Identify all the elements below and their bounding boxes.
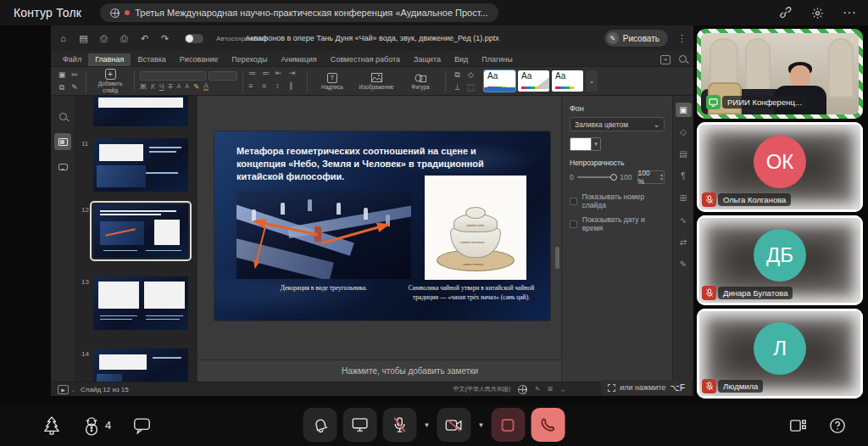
undo-icon[interactable]: ↶ [139,33,150,44]
paste-icon[interactable]: ▣ [56,69,68,81]
participant-tile-lyudmila[interactable]: Л Людмила [697,309,863,399]
chevron-down-icon[interactable]: ⌄ [71,387,75,393]
theme-card-3[interactable]: Aa [552,70,583,92]
paragraph-panel-icon[interactable]: ¶ [676,169,692,183]
slide-design-panel-icon[interactable]: ▣ [676,103,692,117]
copy-link-icon[interactable] [778,6,792,20]
slide-thumb-14[interactable] [93,348,188,382]
slide-size-icon[interactable]: ⿴ [465,81,477,93]
festive-tree-icon[interactable] [42,415,61,436]
redo-icon[interactable]: ↷ [159,33,170,44]
chart-panel-icon[interactable]: ∿ [676,213,692,227]
autosave-toggle[interactable] [185,34,203,43]
layout-button[interactable] [789,418,807,433]
tab-file[interactable]: Файл [56,53,88,66]
draw-button[interactable]: ✎ Рисовать [604,30,668,47]
search-icon[interactable] [679,55,687,63]
strikethrough-button[interactable]: Т [168,82,172,91]
fit-width-icon[interactable]: ↔ [560,387,566,393]
image-button[interactable]: Изображение [357,72,396,90]
slide-12[interactable]: Метафора геометрических соотношений на с… [214,131,550,321]
camera-button-off[interactable] [437,408,471,442]
fullscreen-hint-overlay[interactable]: или нажмите ⌥F [601,380,692,395]
tab-protect[interactable]: Защита [407,53,448,66]
screen-share-button[interactable] [343,408,377,442]
kebab-menu-icon[interactable]: ⋮ [677,33,687,44]
bring-forward-icon[interactable]: ⧉ [451,69,464,81]
slider-knob[interactable] [610,174,617,181]
image-panel-icon[interactable]: ▤ [676,147,692,161]
participant-tile-olga[interactable]: ОК Ольга Колганова [697,122,863,212]
cut-icon[interactable]: ✂ [69,69,81,81]
opacity-slider[interactable] [577,176,617,178]
home-icon[interactable]: ⌂ [58,33,69,43]
tab-view[interactable]: Вид [448,53,475,66]
eraser-icon[interactable]: ◇ [465,69,477,81]
ink-panel-icon[interactable]: ✎ [676,257,692,271]
canvas-scrollbar[interactable] [555,247,559,269]
more-options-icon[interactable]: ··· [843,6,856,20]
theme-card-1[interactable]: Aa [484,70,515,92]
tab-home[interactable]: Главная [88,53,131,66]
theme-card-2[interactable]: Aa [518,70,549,92]
tab-collaboration[interactable]: Совместная работа [324,53,407,66]
fill-color-picker[interactable]: ▼ [570,137,665,151]
shape-button[interactable]: Фигура [401,72,440,90]
meeting-title-pill[interactable]: Третья Международная научно-практическая… [100,3,498,22]
record-button[interactable] [491,408,525,442]
ink-status-icon[interactable]: ✎ [535,386,540,393]
mic-options-chevron[interactable]: ▼ [424,421,431,429]
shape-panel-icon[interactable]: ◇ [676,125,692,139]
superscript-button[interactable]: А [177,83,181,90]
print-preview-icon[interactable]: ⎙ [119,33,130,44]
table-panel-icon[interactable]: ⊞ [676,191,692,205]
language-indicator[interactable]: 中文(中华人民共和国) [453,385,511,393]
copy-icon[interactable]: ⧉ [56,81,68,93]
participants-button[interactable]: 4 [83,415,111,436]
textbox-button[interactable]: T Надпись [313,72,352,90]
print-icon[interactable]: ⎙ [98,33,109,44]
line-spacing-icon[interactable]: ↕ [275,81,288,93]
slide-thumb-11[interactable] [93,138,188,192]
participant-tile-riii[interactable]: РИИИ Конференц... [697,29,863,119]
opacity-value-spinner[interactable]: 100 % ▲▼ [637,170,665,184]
align-left-icon[interactable]: ≡ [248,81,261,93]
underline-button[interactable]: Ч [159,82,164,91]
columns-icon[interactable]: ∥ [289,81,302,93]
help-button[interactable] [829,417,846,434]
align-center-icon[interactable]: ≡ [262,81,275,93]
tab-plugins[interactable]: Плагины [475,53,519,66]
settings-gear-icon[interactable] [810,6,824,20]
bell-button[interactable] [303,408,337,442]
tab-animation[interactable]: Анимация [274,53,323,66]
slide-thumb-13[interactable] [93,276,188,330]
comments-panel-icon[interactable] [54,159,71,176]
font-color-button[interactable]: А [203,82,209,91]
background-fill-select[interactable]: Заливка цветом ⌄ [570,117,665,131]
italic-button[interactable]: К [151,82,155,91]
tab-insert[interactable]: Вставка [131,53,172,66]
chat-button[interactable] [133,417,151,434]
align-objects-icon[interactable]: ⊥ [451,81,464,93]
find-icon[interactable] [54,108,71,125]
hang-up-button[interactable] [531,408,565,442]
indent-icon[interactable]: ⇥ [289,69,302,81]
camera-options-chevron[interactable]: ▼ [478,421,485,429]
bold-button[interactable]: Ж [140,82,147,91]
save-icon[interactable]: ▤ [78,33,89,44]
view-grid-icon[interactable]: ⊞ [548,386,553,393]
animation-panel-icon[interactable]: ⇄ [676,235,692,249]
bullet-list-icon[interactable]: ≔ [248,69,261,81]
tab-drawing[interactable]: Рисование [173,53,225,66]
new-tab-icon[interactable]: + [660,55,670,64]
show-slide-number-option[interactable]: Показывать номер слайда [570,192,665,209]
font-family-select[interactable] [140,71,206,81]
notes-pane[interactable]: Нажмите, чтобы добавить заметки [198,360,561,382]
numbered-list-icon[interactable]: ≕ [262,69,275,81]
participant-tile-dinara[interactable]: ДБ Динара Булатова [697,215,863,305]
format-painter-icon[interactable]: ✎ [69,81,81,93]
tab-transitions[interactable]: Переходы [225,53,274,66]
highlight-color-button[interactable]: ✎ [193,82,199,91]
slides-panel-icon[interactable] [54,133,71,150]
theme-gallery-expand-icon[interactable]: ⌄ [586,70,598,92]
